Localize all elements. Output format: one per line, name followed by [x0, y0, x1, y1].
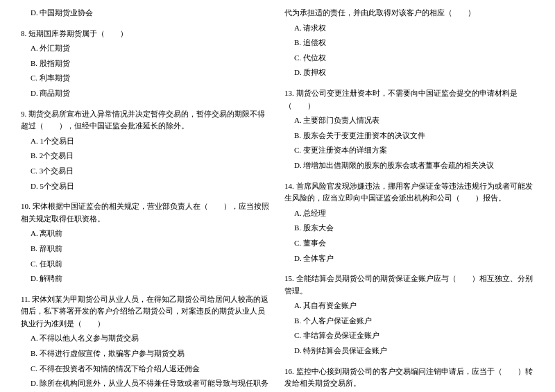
list-item: 14. 首席风险官发现涉嫌违法，挪用客户保证金等违法违规行为或者可能发生风险的，…: [284, 180, 534, 205]
list-item: C. 代位权: [284, 52, 534, 65]
list-item: C. 非结算会员保证金账户: [284, 330, 534, 342]
list-item: B. 股东大会: [284, 222, 534, 235]
list-item: B. 股东会关于变更注册资本的决议文件: [284, 130, 534, 142]
list-item: A. 其自有资金账户: [284, 300, 534, 312]
page-container: D. 中国期货业协会 8. 短期国库券期货属于（ ） A. 外汇期货 B. 股指…: [0, 0, 555, 392]
list-item: 11. 宋体刘某为甲期货公司从业人员，在得知乙期货公司给居间人较高的返佣后，私下…: [21, 293, 271, 330]
list-item: C. 利率期货: [21, 72, 271, 85]
list-item: D. 质押权: [284, 67, 534, 79]
right-column: 代为承担适的责任，并由此取得对该客户的相应（ ） A. 请求权 B. 追偿权 C…: [284, 7, 534, 392]
list-item: 8. 短期国库券期货属于（ ）: [21, 28, 271, 40]
list-item: C. 任职前: [21, 258, 271, 271]
list-item: A. 总经理: [284, 207, 534, 220]
list-item: B. 个人客户保证金账户: [284, 315, 534, 327]
list-item: A. 离职前: [21, 228, 271, 240]
list-item: C. 董事会: [284, 237, 534, 250]
list-item: B. 股指期货: [21, 58, 271, 70]
list-item: 16. 监控中心接到期货公司的客户交易编问注销申请后，应当于（ ）转发给相关期货…: [284, 366, 534, 390]
list-item: 10. 宋体根据中国证监会的相关规定，营业部负责人在（ ），应当按照相关规定取得…: [21, 201, 271, 225]
left-column: D. 中国期货业协会 8. 短期国库券期货属于（ ） A. 外汇期货 B. 股指…: [21, 7, 271, 392]
list-item: C. 3个交易日: [21, 165, 271, 178]
list-item: B. 辞职前: [21, 243, 271, 255]
list-item: A. 主要部门负责人情况表: [284, 114, 534, 127]
list-item: D. 5个交易日: [21, 180, 271, 193]
list-item: D. 商品期货: [21, 87, 271, 100]
list-item: 13. 期货公司变更注册资本时，不需要向中国证监会提交的申请材料是（ ）: [284, 87, 534, 112]
content-area: D. 中国期货业协会 8. 短期国库券期货属于（ ） A. 外汇期货 B. 股指…: [21, 7, 534, 392]
list-item: C. 不得在投资者不知情的情况下给介绍人返还佣金: [21, 363, 271, 375]
list-item: 9. 期货交易所宣布进入异常情况并决定暂停交易的，暂停交易的期限不得超过（ ），…: [21, 108, 271, 133]
list-item: 代为承担适的责任，并由此取得对该客户的相应（ ）: [284, 7, 534, 19]
list-item: B. 不得进行虚假宣传，欺骗客户参与期货交易: [21, 348, 271, 360]
list-item: C. 变更注册资本的详细方案: [284, 144, 534, 157]
list-item: A. 外汇期货: [21, 42, 271, 55]
list-item: B. 追偿权: [284, 37, 534, 49]
list-item: A. 不得以他人名义参与期货交易: [21, 332, 271, 345]
list-item: D. 中国期货业协会: [21, 7, 271, 19]
list-item: [21, 22, 271, 25]
list-item: D. 特别结算会员保证金账户: [284, 345, 534, 357]
list-item: A. 1个交易日: [21, 135, 271, 148]
list-item: D. 除所在机构同意外，从业人员不得兼任导致或者可能导致与现任职务产生实际或潜在…: [21, 377, 271, 392]
list-item: A. 请求权: [284, 22, 534, 35]
list-item: B. 2个交易日: [21, 150, 271, 162]
list-item: D. 全体客户: [284, 253, 534, 265]
list-item: D. 增增加出借期限的股东的股东会或者董事会疏的相关决议: [284, 160, 534, 172]
list-item: D. 解聘前: [21, 273, 271, 285]
list-item: 15. 全能结算会员期货公司的期货保证金账户应与（ ）相互独立、分别管理。: [284, 273, 534, 297]
